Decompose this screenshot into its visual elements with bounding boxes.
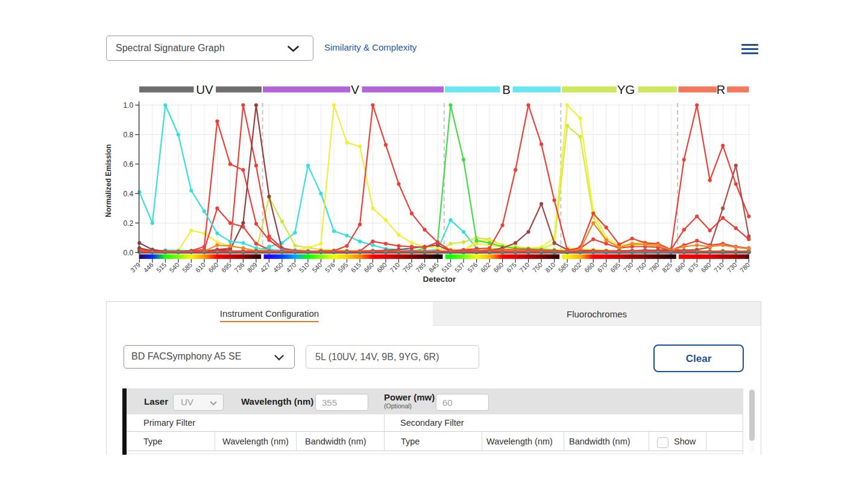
svg-text:750: 750 [635, 261, 647, 273]
svg-text:750: 750 [401, 261, 414, 273]
svg-text:540: 540 [310, 261, 323, 273]
svg-text:730: 730 [725, 261, 738, 273]
svg-text:730: 730 [621, 261, 634, 273]
svg-text:379: 379 [129, 261, 142, 273]
svg-text:736: 736 [233, 261, 245, 273]
svg-text:585: 585 [181, 261, 193, 273]
svg-text:602: 602 [479, 261, 492, 273]
svg-text:510: 510 [440, 261, 453, 273]
svg-text:710: 710 [712, 261, 725, 273]
svg-text:780: 780 [738, 261, 751, 273]
svg-text:785: 785 [414, 261, 427, 273]
svg-text:660: 660 [673, 261, 686, 273]
svg-text:Detector: Detector [423, 275, 457, 284]
svg-text:680: 680 [376, 261, 388, 273]
svg-text:710: 710 [388, 261, 401, 273]
svg-text:0.8: 0.8 [123, 131, 133, 139]
svg-text:845: 845 [427, 261, 440, 273]
svg-text:0.2: 0.2 [123, 219, 133, 228]
svg-text:537: 537 [453, 261, 466, 273]
svg-text:1.0: 1.0 [123, 101, 133, 110]
svg-text:446: 446 [142, 261, 154, 273]
svg-text:680: 680 [699, 261, 712, 273]
svg-text:UV: UV [196, 83, 213, 96]
svg-text:540: 540 [168, 261, 180, 273]
svg-text:0.4: 0.4 [123, 190, 133, 198]
svg-text:B: B [502, 83, 511, 96]
svg-text:825: 825 [661, 261, 673, 273]
svg-text:780: 780 [647, 261, 660, 273]
svg-text:810: 810 [544, 261, 556, 273]
svg-text:670: 670 [596, 261, 608, 273]
svg-text:585: 585 [557, 261, 570, 273]
svg-text:695: 695 [220, 261, 233, 273]
svg-text:470: 470 [285, 261, 297, 273]
svg-text:660: 660 [583, 261, 596, 273]
svg-text:750: 750 [531, 261, 544, 273]
svg-text:710: 710 [518, 261, 530, 273]
svg-text:V: V [351, 83, 359, 96]
svg-text:610: 610 [194, 261, 207, 273]
svg-text:510: 510 [298, 261, 310, 273]
svg-text:0.0: 0.0 [123, 249, 133, 257]
svg-text:615: 615 [350, 261, 362, 273]
svg-text:660: 660 [207, 261, 219, 273]
svg-text:Normalized Emission: Normalized Emission [104, 144, 113, 217]
svg-text:595: 595 [336, 261, 349, 273]
svg-text:675: 675 [687, 261, 699, 273]
svg-text:809: 809 [246, 261, 259, 273]
svg-text:R: R [717, 83, 726, 96]
svg-text:576: 576 [466, 261, 479, 273]
svg-text:515: 515 [155, 261, 168, 273]
svg-text:0.6: 0.6 [123, 160, 133, 169]
svg-text:660: 660 [362, 261, 375, 273]
svg-text:660: 660 [492, 261, 505, 273]
svg-text:695: 695 [609, 261, 621, 273]
svg-text:675: 675 [505, 261, 518, 273]
svg-text:602: 602 [570, 261, 582, 273]
svg-text:427: 427 [259, 261, 271, 273]
svg-text:YG: YG [617, 83, 635, 96]
svg-text:450: 450 [272, 261, 285, 273]
svg-text:576: 576 [324, 261, 336, 273]
